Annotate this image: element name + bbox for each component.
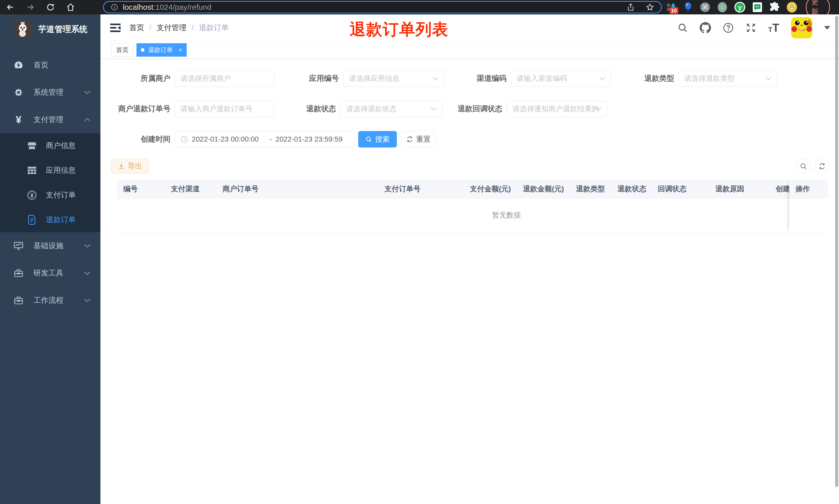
chevron-down-icon <box>84 271 91 275</box>
tab-close-icon[interactable]: × <box>178 47 182 53</box>
navbar-icons: TT <box>678 14 830 41</box>
page-scrollbar[interactable] <box>835 16 838 487</box>
svg-text:⌘: ⌘ <box>702 3 709 11</box>
sidebar-item-app-info[interactable]: 应用信息 <box>0 158 101 183</box>
avatar-caret-icon[interactable] <box>824 26 830 30</box>
help-icon[interactable] <box>723 22 734 33</box>
bookmark-star-icon[interactable] <box>646 3 654 12</box>
merchant-refund-no-field[interactable] <box>180 105 268 113</box>
yen-circle-icon <box>27 190 37 200</box>
column-header: 编号 <box>117 184 165 194</box>
refund-status-select[interactable]: 请选择退款状态 <box>340 101 443 117</box>
url-bar[interactable]: localhost:1024/pay/refund <box>103 1 662 13</box>
extension-balloon-icon[interactable] <box>683 2 693 13</box>
search-button-label: 搜索 <box>375 134 390 144</box>
sidebar-item-dev-tools[interactable]: 研发工具 <box>0 259 101 287</box>
sidebar-item-label: 商户信息 <box>46 141 76 151</box>
sidebar-item-merchant-info[interactable]: 商户信息 <box>0 133 101 158</box>
tab-home[interactable]: 首页 <box>111 43 133 57</box>
table-scroll-area[interactable]: 编号 支付渠道 商户订单号 支付订单号 支付金额(元) 退款金额(元) 退款类型… <box>112 180 828 232</box>
sidebar-item-workflow[interactable]: 工作流程 <box>0 287 101 314</box>
reset-button[interactable]: 重置 <box>401 131 435 147</box>
fullscreen-icon[interactable] <box>746 22 756 33</box>
extension-command-icon[interactable]: ⌘ <box>700 2 711 13</box>
document-icon <box>27 215 37 225</box>
search-button[interactable]: 搜索 <box>358 131 397 147</box>
back-icon[interactable] <box>5 2 15 12</box>
refund-type-select[interactable]: 请选择退款类型 <box>678 70 778 87</box>
sidebar-item-refund-order[interactable]: 退款订单 <box>0 208 101 232</box>
breadcrumb-home[interactable]: 首页 <box>129 23 144 33</box>
sidebar-item-label: 研发工具 <box>34 268 64 278</box>
date-end[interactable]: 2022-01-23 23:59:59 <box>275 135 348 143</box>
sidebar-item-infra[interactable]: 基础设施 <box>0 232 101 259</box>
refresh-table-button[interactable] <box>815 159 829 174</box>
tab-refund-order[interactable]: 退款订单 × <box>137 43 187 57</box>
table-header-row: 编号 支付渠道 商户订单号 支付订单号 支付金额(元) 退款金额(元) 退款类型… <box>117 180 828 198</box>
fixed-action-column: 操作 <box>789 180 828 233</box>
app-id-select[interactable]: 请选择应用信息 <box>343 70 445 87</box>
date-range-picker[interactable]: 2022-01-23 00:00:00 - 2022-01-23 23:59:5… <box>175 131 354 147</box>
extensions-row: 10 ⌘ y 更新 <box>666 0 839 14</box>
toolbox-icon <box>13 296 24 305</box>
logo-rabbit-avatar <box>14 21 31 38</box>
extension-puzzle-icon[interactable] <box>769 2 780 13</box>
merchant-input[interactable] <box>175 70 274 87</box>
export-button[interactable]: 导出 <box>111 159 149 174</box>
search-icon <box>365 136 372 143</box>
filter-app-id: 应用编号 请选择应用信息 <box>281 70 445 87</box>
url-text: localhost:1024/pay/refund <box>123 3 211 12</box>
sidebar-item-label: 首页 <box>34 60 49 70</box>
sidebar-item-label: 支付订单 <box>46 190 76 200</box>
github-icon[interactable] <box>700 22 711 34</box>
empty-text: 暂无数据 <box>117 210 828 220</box>
sidebar-item-system[interactable]: 系统管理 <box>0 79 101 106</box>
fixed-action-cell <box>789 198 828 232</box>
column-header: 退款金额(元) <box>517 184 570 194</box>
merchant-input-field[interactable] <box>180 74 269 83</box>
channel-code-select[interactable]: 请输入渠道编码 <box>511 70 611 87</box>
main-area: 首页 / 支付管理 / 退款订单 退款订单列表 TT 首页 退款订单 × <box>101 14 839 504</box>
extension-emoji-icon[interactable] <box>786 2 798 13</box>
reload-icon[interactable] <box>45 2 56 12</box>
sidebar-item-label: 基础设施 <box>34 241 64 251</box>
table-empty-row: 暂无数据 <box>117 198 828 232</box>
toolbox-icon <box>13 269 24 277</box>
date-start[interactable]: 2022-01-23 00:00:00 <box>192 135 266 143</box>
filter-label: 退款类型 <box>615 73 674 84</box>
merchant-refund-no-input[interactable] <box>175 101 274 117</box>
sidebar-item-pay-order[interactable]: 支付订单 <box>0 183 101 208</box>
sidebar-item-home[interactable]: 首页 <box>0 52 101 79</box>
filter-label: 所属商户 <box>106 73 171 84</box>
column-header: 操作 <box>789 184 816 194</box>
share-icon[interactable] <box>627 3 635 11</box>
search-icon[interactable] <box>678 23 688 33</box>
select-placeholder: 请选择退款状态 <box>346 104 429 114</box>
sidebar-item-label: 应用信息 <box>46 165 76 176</box>
forward-icon[interactable] <box>25 2 36 12</box>
extension-y-icon[interactable]: y <box>734 2 746 13</box>
extension-gray-dot-icon[interactable] <box>717 2 728 13</box>
sidebar-collapse-icon[interactable] <box>110 23 121 33</box>
breadcrumb-pay[interactable]: 支付管理 <box>157 23 186 33</box>
font-size-icon[interactable]: TT <box>768 23 779 33</box>
extension-tabs-icon[interactable]: 10 <box>666 2 676 13</box>
chevron-down-icon <box>84 244 91 248</box>
refund-table: 编号 支付渠道 商户订单号 支付订单号 支付金额(元) 退款金额(元) 退款类型… <box>112 180 828 232</box>
extension-chat-icon[interactable] <box>752 2 763 13</box>
sidebar-logo-row[interactable]: 芋道管理系统 <box>0 14 101 44</box>
filter-refund-type: 退款类型 请选择退款类型 <box>615 70 778 87</box>
user-avatar[interactable] <box>791 17 812 38</box>
column-header: 支付金额(元) <box>464 184 517 194</box>
breadcrumb-current: 退款订单 <box>199 23 229 33</box>
callback-status-select[interactable]: 请选择通知商户退款结果的 <box>506 101 607 117</box>
column-header: 退款状态 <box>611 184 651 194</box>
sidebar-menu: 首页 系统管理 ¥ 支付管理 商户信息 <box>0 44 101 314</box>
site-info-icon[interactable] <box>110 3 118 11</box>
toggle-search-button[interactable] <box>796 159 811 174</box>
date-separator: - <box>270 135 272 143</box>
home-icon[interactable] <box>66 2 76 12</box>
clock-icon <box>180 136 188 143</box>
sidebar-item-pay[interactable]: ¥ 支付管理 <box>0 106 101 133</box>
column-header: 退款原因 <box>709 184 769 194</box>
